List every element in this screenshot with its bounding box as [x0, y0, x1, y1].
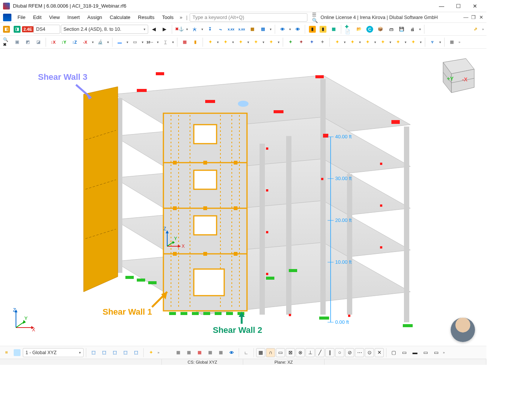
grid-d-button[interactable]: ▦ — [205, 348, 215, 358]
menu-view[interactable]: View — [45, 13, 63, 22]
star-e-button[interactable]: ✦ — [266, 37, 276, 47]
spark-a-button[interactable]: ✦ — [285, 37, 295, 47]
spark-bottom-button[interactable]: ✦ — [146, 348, 156, 358]
nav-next-button[interactable]: ▶ — [160, 24, 169, 34]
snap-x-button[interactable]: ⊠ — [286, 348, 295, 357]
menu-edit[interactable]: Edit — [29, 13, 45, 22]
mdi-restore-button[interactable]: ❐ — [470, 14, 477, 21]
menu-calculate[interactable]: Calculate — [106, 13, 134, 22]
print-button[interactable]: 🖨 — [407, 24, 417, 34]
delete-load-button[interactable]: ✖⚓ — [174, 24, 184, 34]
keyword-search-input[interactable]: Type a keyword (Alt+Q) — [190, 13, 307, 22]
select-arrow-button[interactable]: ⬀ — [470, 24, 480, 34]
scale-10-button[interactable]: 10↔ — [145, 37, 155, 47]
loadcase-prev-button[interactable]: ◧ — [2, 24, 11, 34]
tool-c-button[interactable]: ⏦ — [215, 24, 225, 34]
window-close-button[interactable]: ✕ — [467, 0, 483, 12]
menu-insert[interactable]: Insert — [63, 13, 84, 22]
render1-button[interactable]: ▮ — [307, 24, 317, 34]
dimension-xx2-button[interactable]: x.xx — [237, 24, 247, 34]
loadcase-select[interactable]: DS4 — [33, 25, 60, 34]
axis-y-button[interactable]: ↕Y — [59, 37, 69, 47]
cs-b-button[interactable]: ⬚ — [99, 348, 109, 358]
license-search-icon[interactable]: ☰🔍 — [312, 14, 318, 21]
gen-e-button[interactable]: ✦ — [393, 37, 403, 47]
find-button[interactable]: 🔍✖ — [2, 37, 11, 47]
guide-b-button[interactable]: ▭ — [399, 348, 409, 358]
snap-circ-button[interactable]: ○ — [335, 348, 344, 357]
microscope-button[interactable]: 🔬 — [95, 37, 105, 47]
grid-b-button[interactable]: ▦ — [184, 348, 194, 358]
snap-x2-button[interactable]: ⊗ — [296, 348, 305, 357]
snap-par-button[interactable]: ∥ — [325, 348, 334, 357]
grid-c-button[interactable]: ▦ — [195, 348, 204, 358]
cube-view-button[interactable]: ▣ — [12, 37, 22, 47]
model-manager-button[interactable]: 🗃 — [386, 24, 396, 34]
plate-button[interactable]: ▭ — [130, 37, 140, 47]
render3-button[interactable]: ▦ — [329, 24, 339, 34]
cloud-button[interactable]: C — [365, 24, 375, 34]
coordinate-system-select[interactable]: 1 - Global XYZ▾ — [23, 348, 84, 357]
guide-d-button[interactable]: ▭ — [421, 348, 431, 358]
mdi-close-button[interactable]: ✕ — [478, 14, 484, 21]
loadcase-badge[interactable]: 2.4E — [23, 24, 33, 34]
gen-a-button[interactable]: ✦ — [332, 37, 342, 47]
guide-e-button[interactable]: ▭ — [431, 348, 441, 358]
tool-b-button[interactable]: ↧ — [205, 24, 215, 34]
cs-a-button[interactable]: ⬚ — [89, 348, 98, 358]
mesh2-button[interactable]: ▮ — [190, 37, 200, 47]
surface-button[interactable]: ▬ — [115, 37, 125, 47]
block-button[interactable]: 📦 — [375, 24, 385, 34]
snap-line-button[interactable]: ╱ — [315, 348, 325, 357]
gen-c-button[interactable]: ✦ — [363, 37, 372, 47]
toolbar2-overflow[interactable]: » — [458, 40, 461, 44]
gen-b-button[interactable]: ✦ — [347, 37, 357, 47]
mdi-minimize-button[interactable]: — — [463, 14, 469, 21]
cs-c-button[interactable]: ⬚ — [110, 348, 120, 358]
axis-x-button[interactable]: ↕X — [48, 37, 58, 47]
toolbar1-overflow[interactable]: » — [481, 27, 485, 31]
persp-view-button[interactable]: ◪ — [33, 37, 43, 47]
section-select[interactable]: Section 2.4 (ASD), 8. to 10.▾ — [61, 25, 148, 34]
gen-f-button[interactable]: ✦ — [408, 37, 418, 47]
grid-e-button[interactable]: ▦ — [216, 348, 226, 358]
tool-a-button[interactable]: 🞯 — [190, 24, 200, 34]
axis-z-button[interactable]: ↕Z — [70, 37, 79, 47]
open-file-button[interactable]: 📂 — [354, 24, 364, 34]
menu-overflow[interactable]: » — [177, 14, 185, 20]
loadcase-next-button[interactable]: ◨ — [12, 24, 22, 34]
snap-mid-button[interactable]: ⋯ — [355, 348, 364, 357]
menu-results[interactable]: Results — [134, 13, 158, 22]
spark-c-button[interactable]: ✦ — [307, 37, 317, 47]
axis-neg-x-button[interactable]: -X — [80, 37, 90, 47]
snap-int-button[interactable]: ✕ — [375, 348, 384, 357]
snap-grid-button[interactable]: ▦ — [256, 348, 265, 357]
grid-a-button[interactable]: ▦ — [173, 348, 183, 358]
save-button[interactable]: 💾 — [397, 24, 407, 34]
star-d-button[interactable]: ✦ — [251, 37, 261, 47]
star-b-button[interactable]: ✦ — [220, 37, 230, 47]
gen-d-button[interactable]: ✦ — [378, 37, 388, 47]
spark-b-button[interactable]: ✦ — [296, 37, 306, 47]
bottom-overflow-2[interactable]: » — [442, 351, 446, 355]
menu-assign[interactable]: Assign — [84, 13, 106, 22]
dimension-xx-button[interactable]: x.xx — [226, 24, 236, 34]
spark-d-button[interactable]: ✦ — [317, 37, 327, 47]
snap-rect-button[interactable]: ▭ — [276, 348, 285, 357]
window-minimize-button[interactable]: — — [433, 0, 450, 12]
iso-view-button[interactable]: ◩ — [23, 37, 33, 47]
cs-e-button[interactable]: ⬚ — [131, 348, 141, 358]
bottom-overflow-1[interactable]: » — [157, 351, 160, 355]
window-maximize-button[interactable]: ☐ — [450, 0, 467, 12]
eye-bottom-button[interactable]: 👁 — [226, 348, 236, 358]
workplane-button[interactable]: ⌗ — [2, 348, 11, 358]
grid-toggle-button[interactable]: ▦ — [447, 37, 457, 47]
visibility-eye-button[interactable]: 👁 — [277, 24, 287, 34]
star-c-button[interactable]: ✦ — [236, 37, 245, 47]
workplane-color[interactable] — [12, 348, 22, 358]
cube-results-button[interactable]: ▦ — [247, 24, 257, 34]
snap-perp-button[interactable]: ⊥ — [306, 348, 315, 357]
guide-a-button[interactable]: ▢ — [389, 348, 399, 358]
angle-button[interactable]: ∟ — [241, 348, 251, 358]
section-button[interactable]: ⌶ — [160, 37, 170, 47]
